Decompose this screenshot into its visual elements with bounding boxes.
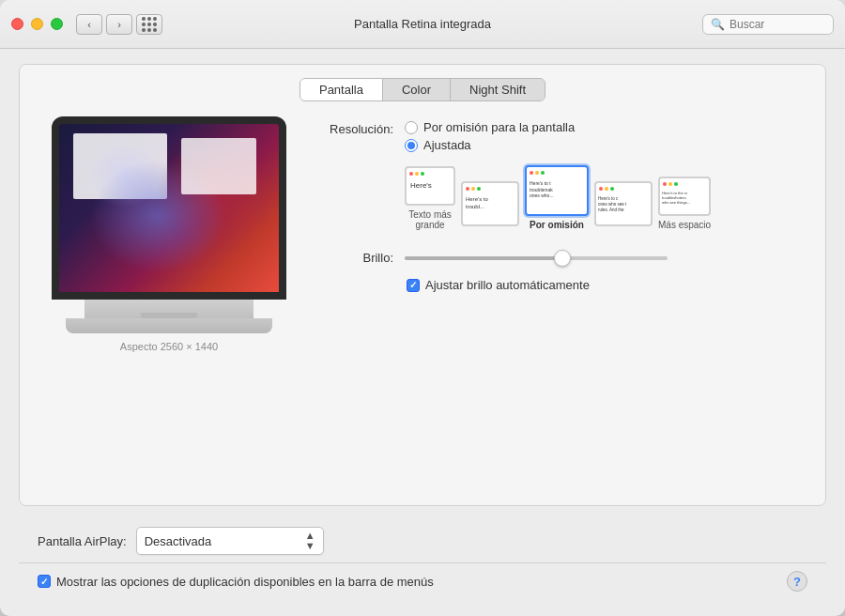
tabs-container: Pantalla Color Night Shift: [20, 65, 825, 101]
res-card-wrap-3: Here's to cones who see trules. And the: [594, 181, 653, 230]
search-input[interactable]: [730, 18, 823, 31]
dot-red-2: [530, 171, 533, 175]
monitor-screen: [59, 124, 279, 292]
res-card-wrap-4: Here's to the crtroubleshoters.who see t…: [658, 177, 711, 230]
forward-button[interactable]: ›: [106, 14, 132, 35]
airplay-select-value: Desactivada: [145, 534, 212, 548]
resolution-label: Resolución:: [318, 120, 393, 136]
res-card-inner-0: Here's: [407, 168, 453, 192]
main-panel: Pantalla Color Night Shift: [19, 64, 826, 506]
airplay-row: Pantalla AirPlay: Desactivada ▲ ▼: [38, 527, 807, 555]
monitor-section: Aspecto 2560 × 1440: [42, 116, 296, 490]
auto-brightness-label: Ajustar brillo automáticamente: [425, 278, 590, 292]
window-title: Pantalla Retina integrada: [354, 17, 491, 31]
titlebar: ‹ › Pantalla Retina integrada 🔍: [0, 0, 845, 49]
res-card-label-4: Más espacio: [658, 220, 711, 230]
res-card-1[interactable]: Here's totroubl...: [461, 181, 519, 226]
nav-buttons: ‹ ›: [76, 14, 132, 35]
tab-color[interactable]: Color: [383, 79, 451, 100]
divider: [19, 562, 826, 563]
tabs: Pantalla Color Night Shift: [300, 78, 545, 101]
resolution-cards: Here's Texto másgrande: [405, 165, 803, 234]
select-arrows-icon: ▲ ▼: [305, 531, 315, 551]
res-card-body-1: Here's totroubl...: [463, 194, 517, 213]
res-card-wrap-1: Here's totroubl...: [461, 181, 519, 230]
res-card-inner-1: Here's totroubl...: [463, 183, 517, 213]
resolution-cards-area: Here's Texto másgrande: [405, 165, 803, 234]
window: ‹ › Pantalla Retina integrada 🔍 Pantalla…: [0, 0, 845, 616]
monitor-label: Aspecto 2560 × 1440: [120, 341, 218, 352]
monitor-stand: [84, 300, 254, 318]
radio-adjusted-circle[interactable]: [405, 139, 418, 152]
mirror-label: Mostrar las opciones de duplicación disp…: [56, 575, 434, 589]
slider-container: [405, 256, 668, 260]
help-button[interactable]: ?: [787, 571, 807, 592]
slider-track: [405, 256, 668, 260]
radio-default[interactable]: Por omisión para la pantalla: [405, 120, 575, 134]
res-card-wrap-0: Here's Texto másgrande: [405, 166, 455, 230]
radio-default-circle[interactable]: [405, 121, 418, 134]
radio-default-label: Por omisión para la pantalla: [423, 120, 575, 134]
panel-body: Aspecto 2560 × 1440 Resolución: Por omis…: [20, 101, 825, 505]
dot-green-4: [674, 182, 678, 186]
slider-thumb[interactable]: [554, 250, 571, 267]
res-card-3[interactable]: Here's to cones who see trules. And the: [594, 181, 653, 226]
dot-green-1: [477, 187, 481, 191]
airplay-label: Pantalla AirPlay:: [38, 534, 127, 548]
dot-green-2: [541, 171, 545, 175]
monitor-outer: [52, 116, 286, 300]
resolution-options: Por omisión para la pantalla Ajustada: [405, 120, 575, 152]
monitor-base: [66, 318, 272, 333]
search-icon: 🔍: [711, 18, 725, 31]
res-card-label-0: Texto másgrande: [408, 209, 452, 230]
resolution-row: Resolución: Por omisión para la pantalla…: [318, 120, 803, 152]
res-card-top-0: [407, 168, 453, 179]
brightness-label: Brillo:: [318, 251, 393, 265]
res-card-label-2: Por omisión: [530, 220, 584, 230]
search-box[interactable]: 🔍: [702, 14, 834, 35]
bottom-area: Pantalla AirPlay: Desactivada ▲ ▼ ✓ Most…: [19, 517, 826, 601]
radio-adjusted[interactable]: Ajustada: [405, 138, 575, 152]
res-card-inner-2: Here's to ttroublemakones who...: [527, 167, 587, 201]
res-card-2[interactable]: Here's to ttroublemakones who...: [525, 165, 589, 216]
dot-green-3: [610, 187, 614, 191]
close-button[interactable]: [11, 18, 23, 30]
minimize-button[interactable]: [31, 18, 43, 30]
back-button[interactable]: ‹: [76, 14, 102, 35]
dot-red-4: [663, 182, 667, 186]
res-card-inner-4: Here's to the crtroubleshoters.who see t…: [660, 178, 709, 207]
maximize-button[interactable]: [51, 18, 63, 30]
res-card-top-3: [596, 183, 651, 194]
dot-yellow-4: [668, 182, 672, 186]
dot-yellow-1: [471, 187, 475, 191]
airplay-select[interactable]: Desactivada ▲ ▼: [136, 527, 324, 555]
grid-button[interactable]: [136, 14, 162, 35]
res-card-inner-3: Here's to cones who see trules. And the: [596, 183, 651, 215]
res-card-body-2: Here's to ttroublemakones who...: [527, 178, 587, 201]
mirror-row: ✓ Mostrar las opciones de duplicación di…: [38, 571, 807, 592]
tab-nightshift[interactable]: Night Shift: [451, 79, 545, 100]
slider-fill: [405, 256, 562, 260]
res-card-body-4: Here's to the crtroubleshoters.who see t…: [660, 190, 709, 207]
apple-logo-area: [66, 318, 272, 333]
dot-yellow-0: [415, 172, 419, 176]
tab-pantalla[interactable]: Pantalla: [300, 79, 383, 100]
radio-adjusted-label: Ajustada: [423, 138, 471, 152]
monitor-splash: [59, 124, 279, 292]
res-card-top-2: [527, 167, 587, 178]
res-card-body-0: Here's: [407, 179, 453, 192]
res-card-top-1: [463, 183, 517, 194]
settings-section: Resolución: Por omisión para la pantalla…: [318, 116, 803, 490]
dot-yellow-2: [535, 171, 539, 175]
res-card-wrap-2: Here's to ttroublemakones who... Por omi…: [525, 165, 589, 230]
grid-icon: [142, 17, 157, 32]
res-card-top-4: [660, 178, 709, 190]
traffic-lights: [11, 18, 63, 30]
res-card-4[interactable]: Here's to the crtroubleshoters.who see t…: [658, 177, 711, 216]
mirror-checkbox[interactable]: ✓: [38, 575, 51, 588]
dot-red-3: [599, 187, 603, 191]
res-card-0[interactable]: Here's: [405, 166, 455, 206]
auto-brightness-checkbox[interactable]: ✓: [407, 279, 420, 292]
dot-green-0: [421, 172, 424, 176]
auto-brightness-row: ✓ Ajustar brillo automáticamente: [407, 278, 803, 292]
